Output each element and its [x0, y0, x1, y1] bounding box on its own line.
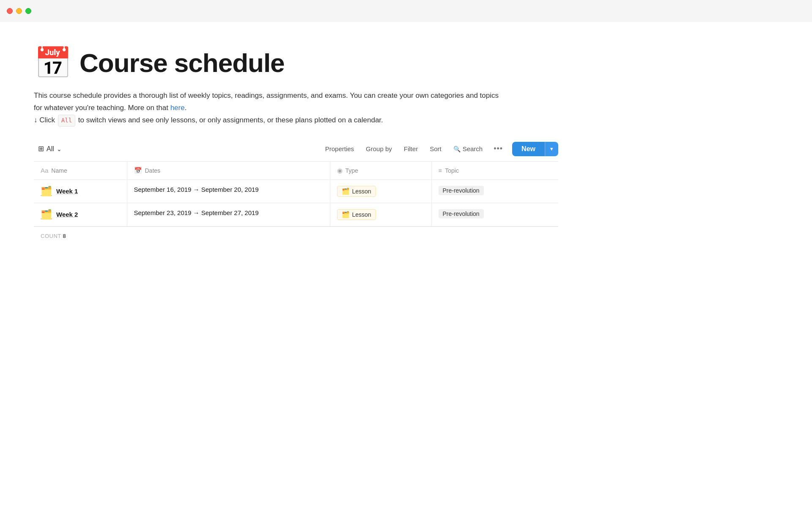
- row-2-type-badge[interactable]: 🗂️ Lesson: [337, 209, 376, 220]
- group-by-button[interactable]: Group by: [361, 143, 397, 155]
- row-1-type-badge[interactable]: 🗂️ Lesson: [337, 186, 376, 197]
- data-table: Aa Name 📅 Dates ◉ Type: [34, 162, 558, 226]
- view-selector[interactable]: ⊞ All: [34, 142, 66, 156]
- description-text-2: .: [185, 104, 187, 112]
- row-1-type-cell: 🗂️ Lesson: [330, 179, 431, 203]
- chevron-down-icon: [57, 145, 62, 153]
- row-2-type-text: Lesson: [352, 211, 371, 218]
- count-label: COUNT: [41, 233, 61, 239]
- properties-label: Properties: [325, 145, 354, 152]
- row-2-icon: 🗂️: [41, 209, 52, 220]
- row-2-type-cell: 🗂️ Lesson: [330, 203, 431, 226]
- row-2-dates-cell: September 23, 2019 → September 27, 2019: [127, 203, 330, 226]
- description-text-4: to switch views and see only lessons, or…: [76, 116, 383, 124]
- column-type[interactable]: ◉ Type: [330, 162, 431, 180]
- new-button-group: New ▾: [512, 142, 558, 156]
- table-header-row: Aa Name 📅 Dates ◉ Type: [34, 162, 558, 180]
- row-1-type-icon: 🗂️: [342, 188, 350, 195]
- dates-col-label: Dates: [145, 167, 161, 174]
- type-col-label: Type: [346, 167, 358, 174]
- search-button[interactable]: 🔍 Search: [448, 143, 488, 155]
- search-icon: 🔍: [453, 146, 461, 152]
- topic-col-icon: ≡: [439, 167, 442, 174]
- all-badge: All: [58, 115, 75, 127]
- row-2-topic-badge[interactable]: Pre-revolution: [439, 209, 484, 218]
- table-icon: ⊞: [38, 144, 44, 153]
- here-link[interactable]: here: [170, 104, 185, 112]
- more-icon: •••: [494, 144, 503, 153]
- row-1-dates-cell: September 16, 2019 → September 20, 2019: [127, 179, 330, 203]
- dates-col-icon: 📅: [134, 167, 142, 174]
- row-1-name-text: Week 1: [56, 188, 78, 195]
- page-icon: 📅: [34, 47, 72, 78]
- column-topic[interactable]: ≡ Topic: [431, 162, 558, 180]
- fullscreen-button[interactable]: [25, 8, 31, 14]
- main-content: 📅 Course schedule This course schedule p…: [0, 22, 592, 262]
- table-row: 🗂️ Week 2 September 23, 2019 → September…: [34, 203, 558, 226]
- new-dropdown-button[interactable]: ▾: [545, 142, 558, 156]
- table-footer: COUNT 8: [34, 226, 558, 245]
- topic-col-label: Topic: [445, 167, 459, 174]
- name-col-icon: Aa: [41, 167, 48, 174]
- name-col-label: Name: [51, 167, 67, 174]
- close-button[interactable]: [7, 8, 13, 14]
- view-label: All: [47, 145, 54, 153]
- row-2-dates: September 23, 2019 → September 27, 2019: [134, 209, 259, 216]
- sort-button[interactable]: Sort: [425, 143, 447, 155]
- row-2-type-icon: 🗂️: [342, 211, 350, 218]
- row-2-topic-text: Pre-revolution: [443, 210, 480, 217]
- column-dates[interactable]: 📅 Dates: [127, 162, 330, 180]
- row-1-name[interactable]: 🗂️ Week 1: [41, 186, 120, 197]
- row-2-name[interactable]: 🗂️ Week 2: [41, 209, 120, 220]
- row-2-name-cell: 🗂️ Week 2: [34, 203, 127, 226]
- minimize-button[interactable]: [16, 8, 22, 14]
- row-1-icon: 🗂️: [41, 186, 52, 197]
- properties-button[interactable]: Properties: [320, 143, 359, 155]
- row-1-topic-cell: Pre-revolution: [431, 179, 558, 203]
- description-text-3: ↓ Click: [34, 116, 57, 124]
- search-label: Search: [463, 145, 483, 152]
- filter-label: Filter: [404, 145, 418, 152]
- row-2-name-text: Week 2: [56, 211, 78, 218]
- description-text-1: This course schedule provides a thorough…: [34, 91, 499, 112]
- titlebar: [0, 0, 812, 22]
- filter-button[interactable]: Filter: [399, 143, 423, 155]
- page-title: Course schedule: [80, 48, 285, 78]
- sort-label: Sort: [430, 145, 442, 152]
- row-1-topic-badge[interactable]: Pre-revolution: [439, 186, 484, 195]
- row-1-name-cell: 🗂️ Week 1: [34, 179, 127, 203]
- group-by-label: Group by: [366, 145, 392, 152]
- count-value: 8: [63, 233, 66, 239]
- new-button[interactable]: New: [512, 142, 545, 156]
- row-1-topic-text: Pre-revolution: [443, 187, 480, 194]
- page-description: This course schedule provides a thorough…: [34, 90, 499, 127]
- row-1-dates: September 16, 2019 → September 20, 2019: [134, 186, 259, 193]
- page-header: 📅 Course schedule: [34, 47, 558, 78]
- more-options-button[interactable]: •••: [489, 142, 507, 156]
- row-2-topic-cell: Pre-revolution: [431, 203, 558, 226]
- toolbar: ⊞ All Properties Group by Filter Sort 🔍 …: [34, 142, 558, 162]
- row-1-type-text: Lesson: [352, 188, 371, 195]
- table-row: 🗂️ Week 1 September 16, 2019 → September…: [34, 179, 558, 203]
- chevron-down-icon: ▾: [550, 146, 553, 152]
- column-name[interactable]: Aa Name: [34, 162, 127, 180]
- toolbar-actions: Properties Group by Filter Sort 🔍 Search…: [320, 142, 558, 156]
- type-col-icon: ◉: [337, 167, 343, 174]
